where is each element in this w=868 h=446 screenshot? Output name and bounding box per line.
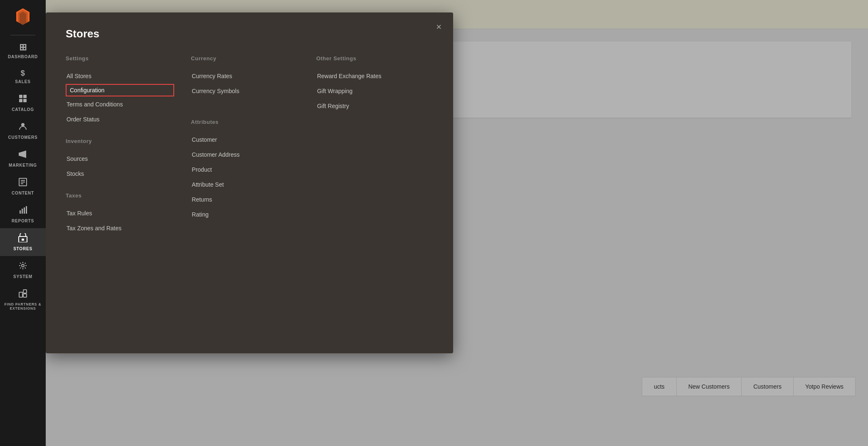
svg-marker-8 [20,150,26,158]
sidebar-item-sales-label: SALES [15,79,30,84]
svg-rect-11 [21,180,25,181]
menu-item-returns[interactable]: Returns [191,192,299,207]
modal-close-button[interactable]: × [436,22,441,32]
sidebar-item-dashboard-label: DASHBOARD [8,54,38,59]
sidebar-item-system-label: SYSTEM [13,274,32,279]
find-partners-icon [18,289,27,301]
sidebar-item-customers[interactable]: CUSTOMERS [0,117,46,145]
system-icon [18,261,27,273]
main-area: reports tailored to your customer data. … [46,0,868,446]
other-settings-heading: Other Settings [316,55,425,62]
modal-col-1: Settings All Stores Configuration Terms … [66,55,182,236]
menu-item-stocks[interactable]: Stocks [66,167,174,181]
customers-icon [18,122,27,133]
menu-item-currency-symbols[interactable]: Currency Symbols [191,84,299,98]
settings-heading: Settings [66,55,174,62]
sidebar-item-reports-label: REPORTS [12,219,34,223]
menu-item-currency-rates[interactable]: Currency Rates [191,69,299,83]
attributes-heading: Attributes [191,119,299,125]
svg-rect-16 [24,207,25,214]
menu-item-reward-exchange-rates[interactable]: Reward Exchange Rates [316,69,425,83]
content-icon [18,177,27,189]
svg-point-20 [22,264,24,267]
sidebar-item-catalog[interactable]: CATALOG [0,89,46,117]
catalog-icon [18,94,27,106]
modal-columns: Settings All Stores Configuration Terms … [66,55,433,236]
sidebar-item-stores-label: STORES [13,246,32,251]
sidebar-item-sales[interactable]: $ SALES [0,64,46,89]
svg-rect-21 [19,292,22,297]
sales-icon: $ [21,69,25,78]
menu-item-gift-wrapping[interactable]: Gift Wrapping [316,84,425,98]
sidebar-item-stores[interactable]: STORES [0,228,46,256]
menu-item-product[interactable]: Product [191,163,299,177]
svg-rect-12 [21,182,25,182]
sidebar-item-content[interactable]: CONTENT [0,172,46,200]
sidebar-item-dashboard[interactable]: ⊞ DASHBOARD [0,37,46,64]
menu-item-tax-zones-rates[interactable]: Tax Zones and Rates [66,221,174,235]
menu-item-rating[interactable]: Rating [191,207,299,222]
menu-item-tax-rules[interactable]: Tax Rules [66,206,174,220]
stores-icon [18,233,28,245]
stores-modal: Stores × Settings All Stores Configurati… [46,12,453,353]
taxes-heading: Taxes [66,192,174,199]
svg-rect-22 [23,290,27,293]
svg-rect-23 [23,294,27,297]
modal-overlay[interactable]: Stores × Settings All Stores Configurati… [46,0,868,446]
reports-icon [18,205,27,217]
inventory-heading: Inventory [66,138,174,144]
sidebar-item-marketing[interactable]: MARKETING [0,145,46,172]
dashboard-icon: ⊞ [19,42,27,53]
sidebar-item-reports[interactable]: REPORTS [0,200,46,228]
svg-rect-9 [19,153,20,156]
menu-item-gift-registry[interactable]: Gift Registry [316,99,425,113]
sidebar-item-marketing-label: MARKETING [9,163,37,168]
menu-item-sources[interactable]: Sources [66,152,174,166]
marketing-icon [18,150,27,161]
svg-rect-17 [26,206,27,214]
svg-rect-4 [23,95,27,98]
svg-marker-2 [20,12,26,25]
svg-rect-19 [22,239,24,241]
svg-rect-15 [22,209,23,214]
menu-item-customer[interactable]: Customer [191,133,299,147]
svg-rect-3 [19,95,22,98]
menu-item-configuration[interactable]: Configuration [66,84,174,96]
magento-logo-icon [14,7,32,26]
sidebar-item-system[interactable]: SYSTEM [0,256,46,284]
sidebar-divider [10,35,35,35]
sidebar-item-customers-label: CUSTOMERS [8,135,38,140]
sidebar-item-catalog-label: CATALOG [12,107,34,112]
currency-heading: Currency [191,55,299,62]
sidebar-item-find-partners-label: FIND PARTNERS & EXTENSIONS [2,302,44,310]
menu-item-customer-address[interactable]: Customer Address [191,148,299,162]
modal-title: Stores [66,27,433,40]
svg-point-7 [21,123,25,126]
menu-item-attribute-set[interactable]: Attribute Set [191,177,299,192]
svg-rect-5 [19,99,22,102]
menu-item-terms-conditions[interactable]: Terms and Conditions [66,97,174,111]
svg-rect-13 [21,183,23,184]
svg-rect-14 [20,210,21,214]
modal-col-3: Other Settings Reward Exchange Rates Gif… [308,55,433,236]
menu-item-order-status[interactable]: Order Status [66,112,174,126]
menu-item-all-stores[interactable]: All Stores [66,69,174,83]
modal-col-2: Currency Currency Rates Currency Symbols… [182,55,308,236]
sidebar-item-find-partners[interactable]: FIND PARTNERS & EXTENSIONS [0,284,46,315]
sidebar-item-content-label: CONTENT [12,191,34,195]
svg-rect-6 [23,99,27,102]
sidebar: ⊞ DASHBOARD $ SALES CATALOG CUSTOMERS MA… [0,0,46,446]
sidebar-logo [0,0,46,33]
